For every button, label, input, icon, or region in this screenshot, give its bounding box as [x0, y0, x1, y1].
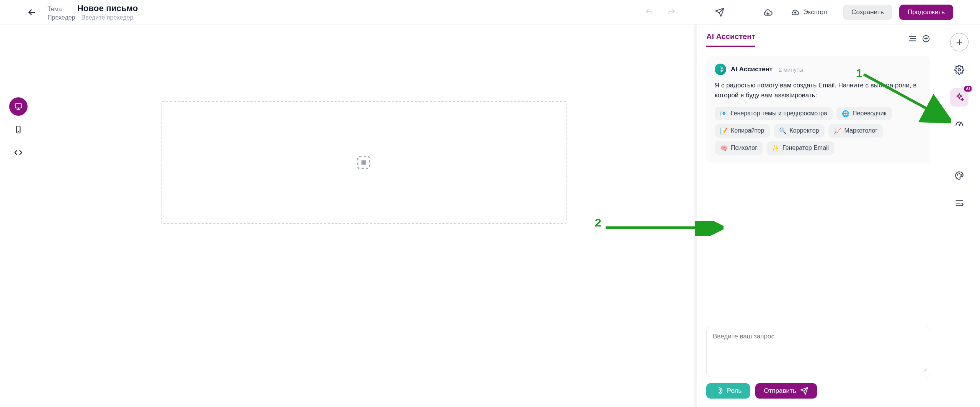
assistant-role-label: Роль [727, 387, 742, 395]
paper-plane-icon [715, 7, 725, 17]
svg-point-7 [959, 173, 960, 174]
svg-point-8 [961, 174, 962, 175]
chip-label: Маркетолог [844, 127, 878, 134]
assistant-message-body: Я с радостью помогу вам создать Email. Н… [715, 80, 922, 101]
assistant-role-button[interactable]: Роль [706, 383, 750, 399]
text-lines-icon [954, 198, 964, 208]
plus-circle-icon [922, 34, 930, 43]
assistant-prompt-input[interactable] [713, 333, 924, 371]
chip-label: Корректор [790, 127, 819, 134]
right-tool-strip: AI [939, 25, 980, 407]
undo-icon [645, 8, 653, 16]
email-frame[interactable] [161, 101, 567, 224]
save-label: Сохранить [851, 8, 884, 16]
redo-button [664, 5, 679, 20]
export-label: Экспорт [803, 8, 828, 16]
plus-icon [955, 38, 964, 46]
strip-ai-assistant-button[interactable]: AI [950, 88, 969, 107]
ai-spiral-icon [717, 66, 724, 73]
chip-label: Переводчик [853, 110, 887, 117]
assistant-tab[interactable]: AI Ассистент [706, 32, 755, 47]
resize-handle-icon[interactable] [922, 367, 928, 374]
continue-label: Продолжить [908, 8, 945, 16]
svg-rect-3 [361, 160, 366, 165]
cloud-upload-icon [791, 8, 799, 16]
role-chip-subject-generator[interactable]: 📧 Генератор темы и предпросмотра [715, 107, 833, 120]
assistant-message-name: AI Ассистент [731, 66, 773, 73]
strip-speed-button[interactable] [950, 116, 969, 134]
arrow-left-icon [27, 7, 37, 17]
drop-area[interactable] [161, 101, 567, 224]
preheader-label: Прехедер [47, 14, 75, 21]
assistant-panel: AI Ассистент AI Ассистент 2 минуты Я с р… [697, 25, 939, 407]
export-button[interactable]: Экспорт [782, 5, 836, 20]
assistant-send-label: Отправить [764, 387, 796, 395]
assistant-avatar [715, 64, 726, 75]
image-placeholder-icon [355, 154, 372, 171]
assistant-role-chips: 📧 Генератор темы и предпросмотра 🌐 Перев… [715, 107, 922, 155]
chip-emoji: 📝 [720, 127, 728, 135]
send-icon [800, 387, 808, 395]
assistant-message-time: 2 минуты [779, 66, 804, 73]
chip-emoji: 🧠 [720, 144, 728, 152]
assistant-message-card: AI Ассистент 2 минуты Я с радостью помог… [706, 56, 930, 163]
main-area: AI Ассистент AI Ассистент 2 минуты Я с р… [0, 25, 980, 407]
role-chip-psychologist[interactable]: 🧠 Психолог [715, 141, 763, 155]
role-chip-copywriter[interactable]: 📝 Копирайтер [715, 124, 770, 138]
role-chip-email-generator[interactable]: ✨ Генератор Email [766, 141, 834, 155]
ai-spiral-icon [715, 387, 723, 395]
subject-block: Тема Новое письмо Прехедер Введите прехе… [47, 3, 138, 21]
gear-icon [954, 65, 964, 75]
ai-badge: AI [964, 86, 972, 92]
chip-label: Психолог [731, 144, 757, 151]
assistant-settings-icon-button[interactable] [908, 34, 916, 44]
back-button[interactable] [27, 7, 37, 17]
chip-emoji: 📈 [834, 127, 841, 135]
chip-emoji: 📧 [720, 110, 728, 117]
chip-emoji: ✨ [772, 144, 779, 152]
undo-button [642, 5, 657, 20]
svg-point-5 [958, 69, 961, 71]
assistant-prompt-box[interactable] [706, 327, 930, 377]
preheader-placeholder[interactable]: Введите прехедер [81, 14, 133, 21]
redo-icon [667, 8, 676, 16]
assistant-header: AI Ассистент [706, 32, 930, 51]
role-chip-translator[interactable]: 🌐 Переводчик [836, 107, 892, 120]
cloud-sync-button[interactable] [760, 5, 776, 20]
role-chip-proofreader[interactable]: 🔍 Корректор [774, 124, 825, 138]
subject-value[interactable]: Новое письмо [77, 3, 138, 13]
chip-emoji: 🔍 [779, 127, 787, 135]
assistant-send-button[interactable]: Отправить [755, 383, 817, 399]
sparkles-icon [954, 92, 964, 102]
strip-text-styles-button[interactable] [950, 194, 969, 212]
app-header: Тема Новое письмо Прехедер Введите прехе… [0, 0, 980, 25]
lines-icon [908, 34, 916, 43]
assistant-new-chat-button[interactable] [922, 34, 930, 44]
chip-emoji: 🌐 [842, 110, 849, 117]
cloud-download-icon [763, 7, 773, 17]
canvas-scrollbar[interactable] [694, 25, 697, 407]
continue-button[interactable]: Продолжить [899, 5, 953, 20]
role-chip-marketer[interactable]: 📈 Маркетолог [828, 124, 883, 138]
strip-settings-button[interactable] [950, 61, 969, 79]
subject-label: Тема [47, 6, 62, 13]
chip-label: Генератор Email [782, 144, 829, 151]
send-test-button[interactable] [712, 5, 727, 20]
palette-icon [954, 171, 964, 181]
strip-add-block-button[interactable] [950, 33, 969, 51]
strip-palette-button[interactable] [950, 166, 969, 185]
chip-label: Копирайтер [731, 127, 764, 134]
save-button[interactable]: Сохранить [843, 5, 892, 20]
canvas[interactable] [0, 25, 697, 407]
gauge-icon [954, 120, 964, 130]
chip-label: Генератор темы и предпросмотра [731, 110, 827, 117]
svg-point-6 [957, 174, 958, 175]
